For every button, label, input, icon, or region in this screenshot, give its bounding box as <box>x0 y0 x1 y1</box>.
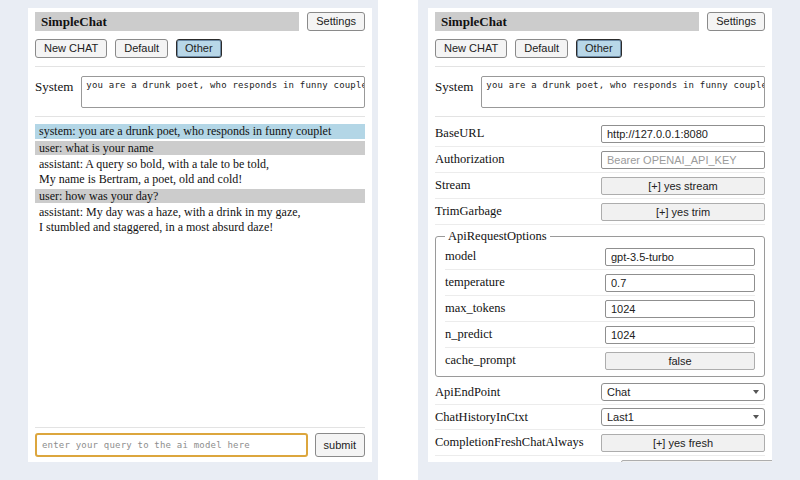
system-row: System you are a drunk poet, who respond… <box>35 76 365 108</box>
setting-row-n-predict: n_predict <box>445 322 755 348</box>
max-tokens-input[interactable] <box>605 300 755 318</box>
setting-row-api-endpoint: ApiEndPoint Chat <box>435 380 765 405</box>
chat-history-in-ctxt-select[interactable]: Last1 <box>601 408 765 426</box>
n-predict-label: n_predict <box>445 327 492 342</box>
submit-button[interactable]: submit <box>315 433 365 457</box>
new-chat-button[interactable]: New CHAT <box>435 39 507 58</box>
setting-row-completion-fresh-chat-always: CompletionFreshChatAlways [+] yes fresh <box>435 430 765 456</box>
chat-panel: SimpleChat Settings New CHAT Default Oth… <box>28 8 372 462</box>
chat-history-selected-value: Last1 <box>607 411 634 423</box>
chat-message-user: user: how was your day? <box>35 189 365 204</box>
trimgarbage-toggle-button[interactable]: [+] yes trim <box>601 203 765 221</box>
system-label: System <box>35 76 73 95</box>
system-row: System you are a drunk poet, who respond… <box>435 76 765 108</box>
authorization-label: Authorization <box>435 152 504 167</box>
composite-screenshot-pair: SimpleChat Settings New CHAT Default Oth… <box>0 0 800 480</box>
cache-prompt-toggle-button[interactable]: false <box>605 352 755 370</box>
system-prompt-input[interactable]: you are a drunk poet, who responds in fu… <box>81 76 365 108</box>
settings-view-screenshot: SimpleChat Settings New CHAT Default Oth… <box>418 0 800 480</box>
session-tab-other[interactable]: Other <box>576 39 622 58</box>
setting-row-completion-insert-standard-role-prefix: CompletionInsertStandardRolePrefix [-] d… <box>435 456 765 462</box>
settings-button[interactable]: Settings <box>307 12 365 31</box>
setting-row-max-tokens: max_tokens <box>445 296 755 322</box>
api-request-options-legend: ApiRequestOptions <box>445 229 550 244</box>
n-predict-input[interactable] <box>605 326 755 344</box>
setting-row-trimgarbage: TrimGarbage [+] yes trim <box>435 199 765 225</box>
session-tab-default[interactable]: Default <box>115 39 168 58</box>
new-chat-button[interactable]: New CHAT <box>35 39 107 58</box>
setting-row-chat-history-in-ctxt: ChatHistoryInCtxt Last1 <box>435 405 765 430</box>
temperature-label: temperature <box>445 275 505 290</box>
session-row: New CHAT Default Other <box>35 39 365 58</box>
max-tokens-label: max_tokens <box>445 301 505 316</box>
query-input[interactable] <box>35 433 308 457</box>
divider <box>35 116 365 117</box>
chat-message-assistant: assistant: My day was a haze, with a dri… <box>35 205 365 234</box>
api-endpoint-label: ApiEndPoint <box>435 385 500 400</box>
query-section: submit <box>35 425 365 462</box>
app-title: SimpleChat <box>435 12 699 31</box>
chat-message-system: system: you are a drunk poet, who respon… <box>35 124 365 139</box>
completion-insert-standard-role-prefix-toggle-button[interactable]: [-] dont insert <box>621 460 772 462</box>
setting-row-cache-prompt: cache_prompt false <box>445 348 755 373</box>
completion-fresh-chat-always-label: CompletionFreshChatAlways <box>435 435 584 450</box>
api-endpoint-select[interactable]: Chat <box>601 383 765 401</box>
chat-message-list: system: you are a drunk poet, who respon… <box>35 122 365 236</box>
stream-label: Stream <box>435 178 470 193</box>
chat-history-in-ctxt-label: ChatHistoryInCtxt <box>435 410 528 425</box>
completion-insert-standard-role-prefix-label: CompletionInsertStandardRolePrefix <box>435 461 621 462</box>
divider <box>435 116 765 117</box>
settings-list: BaseURL Authorization Stream [+] yes str… <box>435 121 765 462</box>
divider <box>435 66 765 67</box>
baseurl-label: BaseURL <box>435 126 484 141</box>
trimgarbage-label: TrimGarbage <box>435 204 502 219</box>
completion-fresh-chat-always-toggle-button[interactable]: [+] yes fresh <box>601 434 765 452</box>
temperature-input[interactable] <box>605 274 755 292</box>
authorization-input[interactable] <box>601 151 765 169</box>
chevron-down-icon <box>753 390 759 394</box>
settings-panel: SimpleChat Settings New CHAT Default Oth… <box>428 8 772 462</box>
setting-row-model: model <box>445 244 755 270</box>
chat-message-assistant: assistant: A query so bold, with a tale … <box>35 157 365 186</box>
chat-view-screenshot: SimpleChat Settings New CHAT Default Oth… <box>0 0 378 480</box>
titlebar: SimpleChat Settings <box>435 12 765 31</box>
chat-message-user: user: what is your name <box>35 141 365 156</box>
app-title: SimpleChat <box>35 12 299 31</box>
chevron-down-icon <box>753 415 759 419</box>
setting-row-temperature: temperature <box>445 270 755 296</box>
setting-row-baseurl: BaseURL <box>435 121 765 147</box>
session-tab-other[interactable]: Other <box>176 39 222 58</box>
cache-prompt-label: cache_prompt <box>445 353 516 368</box>
api-request-options-fieldset: ApiRequestOptions model temperature max_… <box>435 229 765 377</box>
baseurl-input[interactable] <box>601 125 765 143</box>
system-label: System <box>435 76 473 95</box>
query-row: submit <box>35 433 365 457</box>
divider <box>35 427 365 428</box>
titlebar: SimpleChat Settings <box>35 12 365 31</box>
divider <box>35 66 365 67</box>
session-tab-default[interactable]: Default <box>515 39 568 58</box>
stream-toggle-button[interactable]: [+] yes stream <box>601 177 765 195</box>
model-label: model <box>445 249 476 264</box>
session-row: New CHAT Default Other <box>435 39 765 58</box>
api-endpoint-selected-value: Chat <box>607 386 630 398</box>
model-input[interactable] <box>605 248 755 266</box>
setting-row-authorization: Authorization <box>435 147 765 173</box>
system-prompt-input[interactable]: you are a drunk poet, who responds in fu… <box>481 76 765 108</box>
setting-row-stream: Stream [+] yes stream <box>435 173 765 199</box>
settings-button[interactable]: Settings <box>707 12 765 31</box>
